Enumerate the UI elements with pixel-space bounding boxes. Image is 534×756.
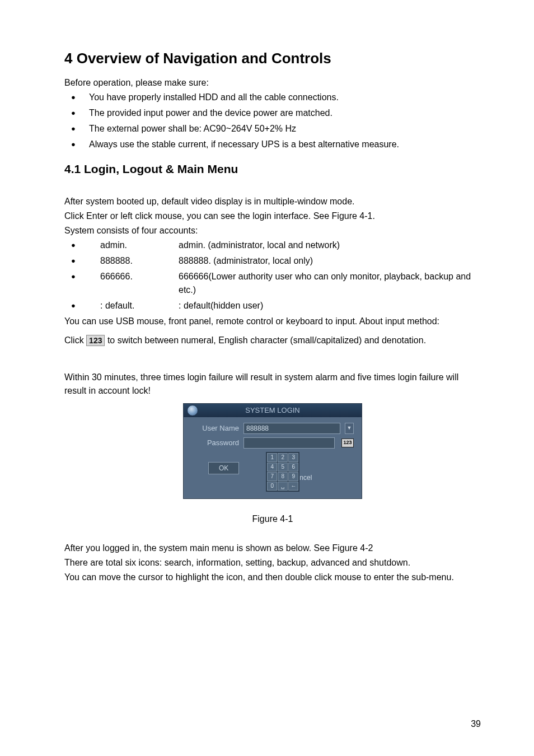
account-row: 888888. 888888. (administrator, local on… — [77, 254, 481, 268]
brand-logo-icon — [187, 405, 198, 416]
cancel-button-partial[interactable]: ncel — [299, 473, 312, 483]
accounts-list: admin. admin. (administrator, local and … — [64, 239, 481, 312]
keypad-key[interactable]: 1 — [267, 453, 277, 462]
ok-button[interactable]: OK — [208, 462, 239, 474]
username-input[interactable] — [243, 423, 340, 434]
keypad-key-backspace[interactable]: ← — [288, 482, 298, 491]
accounts-intro: System consists of four accounts: — [64, 224, 481, 237]
account-row: admin. admin. (administrator, local and … — [77, 239, 481, 252]
keypad-key[interactable]: 2 — [278, 453, 288, 462]
pre-op-bullets: You have properly installed HDD and all … — [64, 91, 481, 151]
system-login-dialog: SYSTEM LOGIN User Name ▼ Password 123 OK… — [183, 403, 362, 499]
booted-paragraph: After system booted up, default video di… — [64, 195, 481, 208]
list-item: Always use the stable current, if necess… — [77, 138, 481, 151]
input-method-paragraph: You can use USB mouse, front panel, remo… — [64, 315, 481, 328]
keypad-key[interactable]: 6 — [288, 463, 298, 472]
account-desc: 666666(Lower authority user who can only… — [179, 270, 481, 297]
click-suffix: to switch between numeral, English chara… — [107, 335, 426, 345]
chapter-heading: 4 Overview of Navigation and Controls — [64, 48, 481, 69]
account-desc: : default(hidden user) — [179, 299, 481, 312]
account-user: admin. — [89, 239, 179, 252]
keypad-key[interactable]: 7 — [267, 472, 277, 481]
username-label: User Name — [191, 423, 239, 434]
list-item: The provided input power and the device … — [77, 106, 481, 120]
account-user: 666666. — [89, 270, 179, 297]
list-item: You have properly installed HDD and all … — [77, 91, 481, 104]
account-desc: admin. (administrator, local and network… — [179, 239, 481, 252]
keypad-key[interactable]: 5 — [278, 463, 288, 472]
keypad-key[interactable]: 9 — [288, 472, 298, 481]
list-item: The external power shall be: AC90~264V 5… — [77, 122, 481, 136]
click-enter-paragraph: Click Enter or left click mouse, you can… — [64, 209, 481, 223]
numeric-keypad: 1 2 3 4 5 6 7 8 9 0 ␣ ← ncel — [266, 452, 299, 492]
input-mode-toggle-icon: 123 — [86, 335, 105, 346]
warning-paragraph: Within 30 minutes, three times login fai… — [64, 371, 481, 398]
account-row: : default. : default(hidden user) — [77, 299, 481, 312]
account-user: 888888. — [89, 254, 179, 268]
figure-caption: Figure 4-1 — [64, 512, 481, 526]
username-dropdown-icon[interactable]: ▼ — [345, 423, 354, 434]
keypad-key[interactable]: 3 — [288, 453, 298, 462]
account-user: : default. — [89, 299, 179, 312]
account-row: 666666. 666666(Lower authority user who … — [77, 270, 481, 297]
dialog-title-bar: SYSTEM LOGIN — [184, 404, 362, 417]
password-input[interactable] — [243, 437, 335, 449]
input-mode-toggle-button[interactable]: 123 — [341, 438, 354, 447]
keypad-key[interactable]: 4 — [267, 463, 277, 472]
click-123-paragraph: Click 123 to switch between numeral, Eng… — [64, 334, 481, 347]
keypad-key[interactable]: 0 — [267, 482, 277, 491]
account-desc: 888888. (administrator, local only) — [179, 254, 481, 268]
main-menu-line-2: There are total six icons: search, infor… — [64, 556, 481, 570]
figure-4-1-container: SYSTEM LOGIN User Name ▼ Password 123 OK… — [64, 403, 481, 499]
section-heading-4-1: 4.1 Login, Logout & Main Menu — [64, 160, 481, 178]
dialog-title: SYSTEM LOGIN — [245, 405, 300, 416]
main-menu-line-3: You can move the cursor to highlight the… — [64, 571, 481, 584]
main-menu-line-1: After you logged in, the system main men… — [64, 542, 481, 555]
password-label: Password — [191, 437, 239, 449]
click-prefix: Click — [64, 335, 86, 345]
keypad-key-space[interactable]: ␣ — [278, 482, 288, 491]
page-number: 39 — [471, 717, 481, 731]
intro-line: Before operation, please make sure: — [64, 76, 481, 90]
keypad-key[interactable]: 8 — [278, 472, 288, 481]
